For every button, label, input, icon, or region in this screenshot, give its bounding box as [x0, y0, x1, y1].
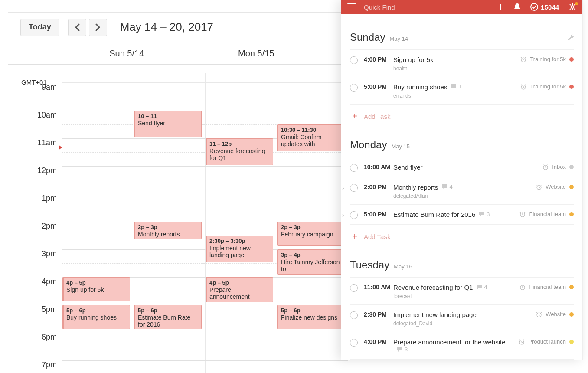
- plus-icon: +: [351, 111, 359, 121]
- calendar-event[interactable]: 3p – 4pHire Tammy Jefferson to: [277, 249, 345, 275]
- task-panel: Quick Find 15044 SundayMay 144:00 PMSign…: [341, 0, 583, 360]
- task-title: Revenue forecasting for Q1: [393, 284, 473, 291]
- task-project[interactable]: Product launch: [528, 338, 566, 345]
- calendar-event[interactable]: 4p – 5pPrepare announcement: [206, 277, 273, 302]
- task-comments[interactable]: 1: [451, 83, 461, 90]
- today-button[interactable]: Today: [20, 19, 59, 36]
- plus-icon: +: [351, 232, 359, 242]
- comment-icon: [397, 347, 403, 352]
- task-row[interactable]: 10:00 AMSend flyerInbox: [350, 157, 574, 177]
- task-checkbox[interactable]: [350, 84, 358, 92]
- calendar-event[interactable]: 2:30p – 3:30pImplement new landing page: [206, 236, 273, 262]
- task-meta: Inbox: [542, 164, 574, 170]
- project-color-dot: [569, 185, 574, 189]
- task-checkbox[interactable]: [350, 184, 358, 192]
- task-subtext: errands: [393, 93, 520, 99]
- karma-icon: [530, 3, 538, 11]
- task-list[interactable]: SundayMay 144:00 PMSign up for 5khealthT…: [341, 14, 582, 360]
- wrench-icon[interactable]: [568, 34, 575, 41]
- now-indicator: [59, 145, 62, 150]
- project-color-dot: [569, 285, 574, 289]
- task-title: Implement new landing page: [393, 311, 477, 318]
- quick-find-input[interactable]: Quick Find: [364, 3, 490, 11]
- task-project[interactable]: Website: [546, 311, 566, 317]
- task-checkbox[interactable]: [350, 339, 358, 347]
- settings-button[interactable]: [568, 3, 576, 11]
- day-name: Monday: [350, 139, 387, 151]
- task-row[interactable]: 2:30 PMImplement new landing pagedelegat…: [350, 305, 574, 332]
- chevron-right-icon: [95, 23, 101, 31]
- hour-label: 3pm: [8, 249, 62, 277]
- task-project[interactable]: Training for 5k: [530, 56, 566, 62]
- date-range: May 14 – 20, 2017: [120, 20, 213, 34]
- task-row[interactable]: 4:00 PMSign up for 5khealthTraining for …: [350, 49, 574, 77]
- prev-week-button[interactable]: [68, 19, 86, 36]
- task-checkbox[interactable]: [350, 311, 358, 319]
- project-color-dot: [569, 212, 574, 216]
- add-task-button[interactable]: +Add Task: [350, 105, 574, 121]
- reminder-icon: [536, 311, 542, 317]
- calendar-event[interactable]: 5p – 6pBuy running shoes: [62, 305, 130, 329]
- task-time: 11:00 AM: [364, 284, 393, 291]
- calendar-event[interactable]: 2p – 3pFebruary campaign: [277, 222, 345, 246]
- menu-icon[interactable]: [347, 3, 356, 10]
- comment-icon: [479, 211, 485, 217]
- task-title: Send flyer: [393, 164, 423, 171]
- hour-label: 6pm: [8, 333, 62, 360]
- karma-score[interactable]: 15044: [530, 3, 559, 11]
- task-comments[interactable]: 4: [476, 284, 487, 290]
- expand-icon[interactable]: ›: [342, 212, 344, 219]
- task-time: 2:00 PM: [364, 183, 393, 190]
- task-row[interactable]: ›2:00 PMMonthly reports 4delegatedAllanW…: [350, 177, 574, 205]
- task-title: Estimate Burn Rate for 2016: [393, 211, 475, 218]
- calendar-event[interactable]: 10 – 11Send flyer: [134, 111, 202, 137]
- calendar-event[interactable]: 10:30 – 11:30Gmail: Confirm updates with: [277, 124, 345, 151]
- task-row[interactable]: 5:00 PMBuy running shoes 1errandsTrainin…: [350, 77, 574, 105]
- task-comments[interactable]: 3: [397, 346, 408, 353]
- task-title: Monthly reports: [393, 183, 438, 191]
- calendar-event[interactable]: 5p – 6pEstimate Burn Rate for 2016: [134, 305, 202, 329]
- task-project[interactable]: Training for 5k: [530, 83, 566, 90]
- day-header[interactable]: Mon 5/15: [192, 42, 321, 64]
- task-title: Prepare announcement for the website: [393, 338, 506, 346]
- task-project[interactable]: Inbox: [552, 164, 566, 170]
- calendar-event[interactable]: 5p – 6pFinalize new designs: [277, 305, 345, 329]
- expand-icon[interactable]: ›: [342, 184, 344, 191]
- hour-label: 12pm: [8, 166, 62, 194]
- hour-label: 5pm: [8, 305, 62, 333]
- add-task-button[interactable]: +Add Task: [350, 225, 574, 242]
- day-header[interactable]: Sun 5/14: [62, 42, 192, 64]
- task-checkbox[interactable]: [350, 164, 358, 172]
- notifications-icon[interactable]: [514, 3, 521, 11]
- calendar-event[interactable]: 11 – 12pRevenue forecasting for Q1: [206, 138, 273, 165]
- project-color-dot: [569, 165, 574, 169]
- comment-icon: [476, 284, 482, 290]
- hour-label: 7pm: [8, 360, 62, 373]
- task-project[interactable]: Website: [546, 183, 566, 190]
- task-meta: Financial team: [519, 284, 574, 290]
- task-meta: Training for 5k: [520, 56, 574, 62]
- task-comments[interactable]: 3: [479, 211, 490, 217]
- task-row[interactable]: ›5:00 PMEstimate Burn Rate for 2016 3Fin…: [350, 205, 574, 225]
- task-time: 10:00 AM: [364, 164, 393, 170]
- calendar-event[interactable]: 2p – 3pMonthly reports: [134, 222, 202, 239]
- calendar-event[interactable]: 4p – 5pSign up for 5k: [62, 277, 130, 301]
- project-color-dot: [569, 85, 574, 89]
- task-row[interactable]: 11:00 AMRevenue forecasting for Q1 4fore…: [350, 277, 574, 305]
- task-title: Buy running shoes: [393, 83, 447, 91]
- task-subtext: delegatedAllan: [393, 193, 536, 199]
- comment-icon: [451, 84, 457, 89]
- reminder-icon: [519, 211, 526, 217]
- task-project[interactable]: Financial team: [529, 211, 566, 217]
- task-row[interactable]: 4:00 PMPrepare announcement for the webs…: [350, 332, 574, 360]
- task-checkbox[interactable]: [350, 211, 358, 219]
- task-project[interactable]: Financial team: [529, 284, 566, 290]
- task-comments[interactable]: 4: [441, 183, 452, 190]
- task-checkbox[interactable]: [350, 56, 358, 64]
- project-color-dot: [569, 312, 574, 317]
- next-week-button[interactable]: [89, 19, 107, 36]
- task-checkbox[interactable]: [350, 284, 358, 292]
- task-time: 4:00 PM: [364, 338, 393, 345]
- add-task-icon[interactable]: [497, 3, 504, 10]
- task-time: 2:30 PM: [364, 311, 393, 318]
